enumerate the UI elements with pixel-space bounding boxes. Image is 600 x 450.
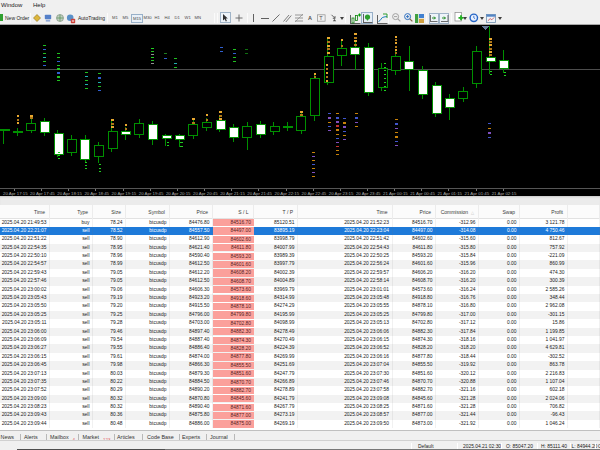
svg-text:20 Apr 18:45: 20 Apr 18:45 bbox=[84, 191, 109, 196]
svg-text:21 Apr 01:15: 21 Apr 01:15 bbox=[437, 191, 462, 196]
svg-text:20 Apr 22:45: 20 Apr 22:45 bbox=[302, 191, 327, 196]
svg-text:20 Apr 18:15: 20 Apr 18:15 bbox=[57, 191, 82, 196]
svg-text:21 Apr 01:45: 21 Apr 01:45 bbox=[465, 191, 490, 196]
svg-text:20 Apr 21:15: 20 Apr 21:15 bbox=[220, 191, 245, 196]
svg-text:20 Apr 23:15: 20 Apr 23:15 bbox=[329, 191, 354, 196]
svg-text:20 Apr 20:45: 20 Apr 20:45 bbox=[193, 191, 218, 196]
svg-text:20 Apr 17:45: 20 Apr 17:45 bbox=[30, 191, 55, 196]
svg-text:21 Apr 02:15: 21 Apr 02:15 bbox=[492, 191, 517, 196]
svg-text:20 Apr 17:15: 20 Apr 17:15 bbox=[3, 191, 28, 196]
svg-text:20 Apr 22:15: 20 Apr 22:15 bbox=[275, 191, 300, 196]
svg-text:T: T bbox=[319, 15, 323, 21]
svg-text:20 Apr 19:15: 20 Apr 19:15 bbox=[112, 191, 137, 196]
svg-text:20 Apr 21:45: 20 Apr 21:45 bbox=[247, 191, 272, 196]
svg-text:20 Apr 20:15: 20 Apr 20:15 bbox=[166, 191, 191, 196]
svg-text:20 Apr 23:45: 20 Apr 23:45 bbox=[356, 191, 381, 196]
svg-text:20 Apr 19:45: 20 Apr 19:45 bbox=[139, 191, 164, 196]
svg-text:21 Apr 00:45: 21 Apr 00:45 bbox=[410, 191, 435, 196]
svg-text:21 Apr 00:15: 21 Apr 00:15 bbox=[383, 191, 408, 196]
